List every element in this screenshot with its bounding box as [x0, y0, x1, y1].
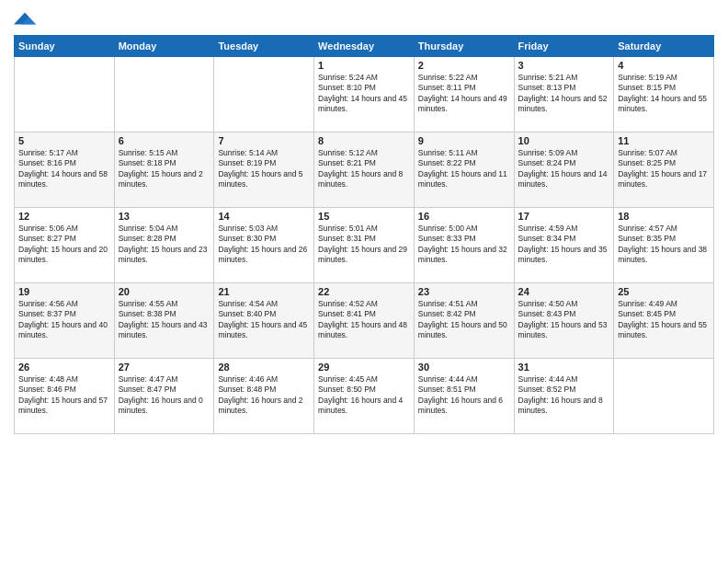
day-number: 21 — [218, 286, 310, 297]
day-info: Sunrise: 5:14 AMSunset: 8:19 PMDaylight:… — [218, 148, 310, 190]
day-info: Sunrise: 4:54 AMSunset: 8:40 PMDaylight:… — [218, 299, 310, 341]
weekday-header: Wednesday — [314, 36, 415, 57]
calendar-cell: 14Sunrise: 5:03 AMSunset: 8:30 PMDayligh… — [214, 208, 314, 283]
weekday-header: Friday — [514, 36, 614, 57]
calendar-cell: 21Sunrise: 4:54 AMSunset: 8:40 PMDayligh… — [214, 283, 314, 359]
day-info: Sunrise: 4:48 AMSunset: 8:46 PMDaylight:… — [18, 374, 110, 417]
day-info: Sunrise: 5:19 AMSunset: 8:15 PMDaylight:… — [618, 73, 710, 115]
calendar-cell: 23Sunrise: 4:51 AMSunset: 8:42 PMDayligh… — [414, 283, 514, 359]
day-number: 8 — [318, 135, 410, 146]
day-info: Sunrise: 5:11 AMSunset: 8:22 PMDaylight:… — [418, 148, 510, 190]
calendar-cell: 24Sunrise: 4:50 AMSunset: 8:43 PMDayligh… — [514, 283, 614, 359]
day-number: 29 — [318, 362, 410, 373]
day-info: Sunrise: 4:49 AMSunset: 8:45 PMDaylight:… — [618, 299, 710, 341]
day-number: 12 — [18, 211, 110, 222]
calendar-cell: 31Sunrise: 4:44 AMSunset: 8:52 PMDayligh… — [514, 359, 614, 434]
day-number: 20 — [119, 286, 210, 297]
day-number: 14 — [218, 211, 310, 222]
calendar-cell: 2Sunrise: 5:22 AMSunset: 8:11 PMDaylight… — [414, 57, 514, 132]
day-number: 18 — [618, 211, 710, 222]
day-info: Sunrise: 4:52 AMSunset: 8:41 PMDaylight:… — [318, 299, 410, 341]
day-number: 5 — [18, 135, 110, 146]
weekday-header: Thursday — [414, 36, 514, 57]
calendar-cell: 27Sunrise: 4:47 AMSunset: 8:47 PMDayligh… — [114, 359, 214, 434]
day-info: Sunrise: 4:47 AMSunset: 8:47 PMDaylight:… — [119, 374, 210, 417]
calendar-cell: 25Sunrise: 4:49 AMSunset: 8:45 PMDayligh… — [614, 283, 714, 359]
day-info: Sunrise: 4:59 AMSunset: 8:34 PMDaylight:… — [518, 224, 610, 266]
page: SundayMondayTuesdayWednesdayThursdayFrid… — [0, 0, 728, 563]
day-info: Sunrise: 4:56 AMSunset: 8:37 PMDaylight:… — [18, 299, 110, 341]
day-number: 24 — [518, 286, 610, 297]
calendar-cell: 20Sunrise: 4:55 AMSunset: 8:38 PMDayligh… — [114, 283, 214, 359]
calendar-cell: 8Sunrise: 5:12 AMSunset: 8:21 PMDaylight… — [314, 132, 415, 208]
calendar-week-row: 26Sunrise: 4:48 AMSunset: 8:46 PMDayligh… — [15, 359, 714, 434]
day-number: 23 — [418, 286, 510, 297]
header — [14, 9, 714, 28]
weekday-header: Monday — [114, 36, 214, 57]
calendar-cell: 12Sunrise: 5:06 AMSunset: 8:27 PMDayligh… — [15, 208, 115, 283]
day-number: 3 — [518, 60, 610, 71]
day-info: Sunrise: 4:44 AMSunset: 8:52 PMDaylight:… — [518, 374, 610, 417]
calendar-cell — [614, 359, 714, 434]
calendar-cell: 13Sunrise: 5:04 AMSunset: 8:28 PMDayligh… — [114, 208, 214, 283]
weekday-header: Saturday — [614, 36, 714, 57]
calendar: SundayMondayTuesdayWednesdayThursdayFrid… — [14, 35, 714, 434]
calendar-cell: 4Sunrise: 5:19 AMSunset: 8:15 PMDaylight… — [614, 57, 714, 132]
calendar-cell — [114, 57, 214, 132]
day-info: Sunrise: 5:03 AMSunset: 8:30 PMDaylight:… — [218, 224, 310, 266]
day-number: 17 — [518, 211, 610, 222]
day-info: Sunrise: 4:45 AMSunset: 8:50 PMDaylight:… — [318, 374, 410, 417]
day-info: Sunrise: 4:55 AMSunset: 8:38 PMDaylight:… — [119, 299, 210, 341]
calendar-cell: 1Sunrise: 5:24 AMSunset: 8:10 PMDaylight… — [314, 57, 415, 132]
day-info: Sunrise: 4:46 AMSunset: 8:48 PMDaylight:… — [218, 374, 310, 417]
weekday-header: Sunday — [15, 36, 115, 57]
day-info: Sunrise: 5:01 AMSunset: 8:31 PMDaylight:… — [318, 224, 410, 266]
calendar-cell: 11Sunrise: 5:07 AMSunset: 8:25 PMDayligh… — [614, 132, 714, 208]
day-number: 26 — [18, 362, 110, 373]
calendar-cell: 26Sunrise: 4:48 AMSunset: 8:46 PMDayligh… — [15, 359, 115, 434]
calendar-cell: 29Sunrise: 4:45 AMSunset: 8:50 PMDayligh… — [314, 359, 415, 434]
day-number: 25 — [618, 286, 710, 297]
day-info: Sunrise: 4:44 AMSunset: 8:51 PMDaylight:… — [418, 374, 510, 417]
calendar-cell — [15, 57, 115, 132]
day-info: Sunrise: 4:57 AMSunset: 8:35 PMDaylight:… — [618, 224, 710, 266]
day-info: Sunrise: 4:51 AMSunset: 8:42 PMDaylight:… — [418, 299, 510, 341]
day-number: 11 — [618, 135, 710, 146]
logo-icon — [14, 9, 36, 28]
day-number: 7 — [218, 135, 310, 146]
calendar-cell: 30Sunrise: 4:44 AMSunset: 8:51 PMDayligh… — [414, 359, 514, 434]
calendar-cell: 10Sunrise: 5:09 AMSunset: 8:24 PMDayligh… — [514, 132, 614, 208]
weekday-header: Tuesday — [214, 36, 314, 57]
day-number: 16 — [418, 211, 510, 222]
calendar-cell: 16Sunrise: 5:00 AMSunset: 8:33 PMDayligh… — [414, 208, 514, 283]
day-info: Sunrise: 5:24 AMSunset: 8:10 PMDaylight:… — [318, 73, 410, 115]
calendar-cell: 28Sunrise: 4:46 AMSunset: 8:48 PMDayligh… — [214, 359, 314, 434]
calendar-cell: 17Sunrise: 4:59 AMSunset: 8:34 PMDayligh… — [514, 208, 614, 283]
day-number: 4 — [618, 60, 710, 71]
day-number: 31 — [518, 362, 610, 373]
logo — [14, 9, 40, 28]
day-number: 19 — [18, 286, 110, 297]
calendar-cell: 6Sunrise: 5:15 AMSunset: 8:18 PMDaylight… — [114, 132, 214, 208]
day-info: Sunrise: 5:22 AMSunset: 8:11 PMDaylight:… — [418, 73, 510, 115]
calendar-cell — [214, 57, 314, 132]
calendar-cell: 18Sunrise: 4:57 AMSunset: 8:35 PMDayligh… — [614, 208, 714, 283]
day-number: 6 — [119, 135, 210, 146]
day-number: 10 — [518, 135, 610, 146]
day-info: Sunrise: 5:17 AMSunset: 8:16 PMDaylight:… — [18, 148, 110, 190]
calendar-cell: 22Sunrise: 4:52 AMSunset: 8:41 PMDayligh… — [314, 283, 415, 359]
day-number: 13 — [119, 211, 210, 222]
day-number: 22 — [318, 286, 410, 297]
day-info: Sunrise: 5:04 AMSunset: 8:28 PMDaylight:… — [119, 224, 210, 266]
day-info: Sunrise: 5:21 AMSunset: 8:13 PMDaylight:… — [518, 73, 610, 115]
day-info: Sunrise: 5:00 AMSunset: 8:33 PMDaylight:… — [418, 224, 510, 266]
calendar-week-row: 1Sunrise: 5:24 AMSunset: 8:10 PMDaylight… — [15, 57, 714, 132]
day-info: Sunrise: 4:50 AMSunset: 8:43 PMDaylight:… — [518, 299, 610, 341]
calendar-cell: 5Sunrise: 5:17 AMSunset: 8:16 PMDaylight… — [15, 132, 115, 208]
weekday-header-row: SundayMondayTuesdayWednesdayThursdayFrid… — [15, 36, 714, 57]
calendar-week-row: 5Sunrise: 5:17 AMSunset: 8:16 PMDaylight… — [15, 132, 714, 208]
day-number: 9 — [418, 135, 510, 146]
calendar-cell: 9Sunrise: 5:11 AMSunset: 8:22 PMDaylight… — [414, 132, 514, 208]
day-info: Sunrise: 5:06 AMSunset: 8:27 PMDaylight:… — [18, 224, 110, 266]
calendar-week-row: 12Sunrise: 5:06 AMSunset: 8:27 PMDayligh… — [15, 208, 714, 283]
